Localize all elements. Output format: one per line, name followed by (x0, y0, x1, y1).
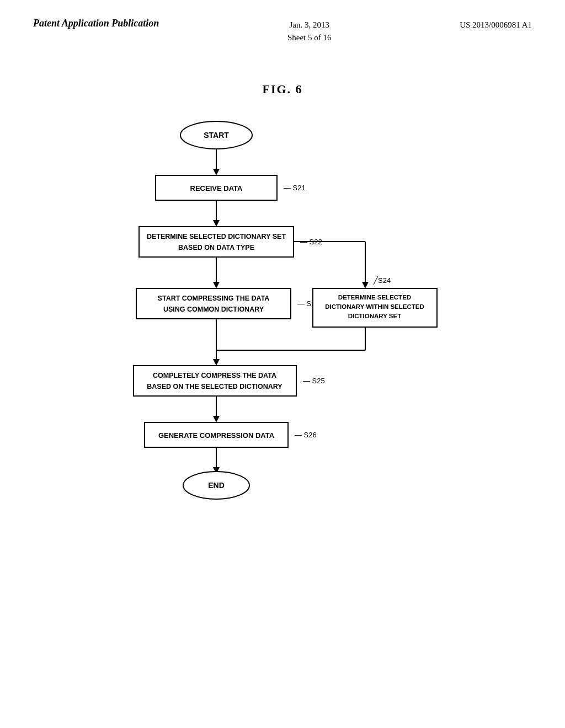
svg-text:END: END (208, 481, 225, 490)
page-header: Patent Application Publication Jan. 3, 2… (0, 0, 565, 49)
svg-text:DICTIONARY WITHIN SELECTED: DICTIONARY WITHIN SELECTED (325, 303, 424, 310)
svg-text:START COMPRESSING THE DATA: START COMPRESSING THE DATA (158, 295, 270, 302)
publication-label: Patent Application Publication (33, 17, 159, 30)
svg-text:— S21: — S21 (284, 184, 306, 192)
svg-text:DETERMINE SELECTED DICTIONARY : DETERMINE SELECTED DICTIONARY SET (147, 233, 286, 240)
svg-text:BASED ON THE SELECTED DICTIONA: BASED ON THE SELECTED DICTIONARY (147, 383, 282, 390)
svg-text:╱S24: ╱S24 (373, 276, 391, 285)
svg-marker-37 (213, 416, 220, 422)
svg-text:— S25: — S25 (303, 377, 325, 385)
figure-title: FIG. 6 (262, 82, 302, 97)
date-sheet-label: Jan. 3, 2013 Sheet 5 of 16 (287, 17, 332, 44)
svg-rect-32 (134, 366, 296, 396)
flowchart-diagram: START RECEIVE DATA — S21 DETERMINE SELEC… (95, 119, 470, 538)
main-content: FIG. 6 START RECEIVE DATA — S21 DETERMIN… (0, 49, 565, 549)
svg-text:USING COMMON DICTIONARY: USING COMMON DICTIONARY (163, 306, 264, 313)
svg-text:DICTIONARY SET: DICTIONARY SET (348, 313, 401, 319)
svg-text:— S26: — S26 (295, 431, 317, 439)
svg-text:DETERMINE SELECTED: DETERMINE SELECTED (338, 294, 411, 301)
svg-rect-19 (136, 288, 291, 319)
svg-text:START: START (204, 131, 229, 140)
svg-rect-9 (139, 227, 294, 257)
patent-number-label: US 2013/0006981 A1 (460, 17, 532, 31)
svg-text:COMPLETELY COMPRESS THE DATA: COMPLETELY COMPRESS THE DATA (153, 372, 276, 379)
svg-text:GENERATE COMPRESSION DATA: GENERATE COMPRESSION DATA (158, 431, 275, 440)
svg-marker-14 (213, 282, 220, 288)
svg-text:RECEIVE DATA: RECEIVE DATA (190, 184, 243, 192)
svg-marker-31 (213, 359, 220, 366)
svg-marker-8 (213, 220, 220, 227)
svg-marker-17 (362, 282, 369, 288)
svg-marker-3 (213, 169, 220, 175)
svg-text:BASED ON DATA TYPE: BASED ON DATA TYPE (178, 244, 254, 251)
